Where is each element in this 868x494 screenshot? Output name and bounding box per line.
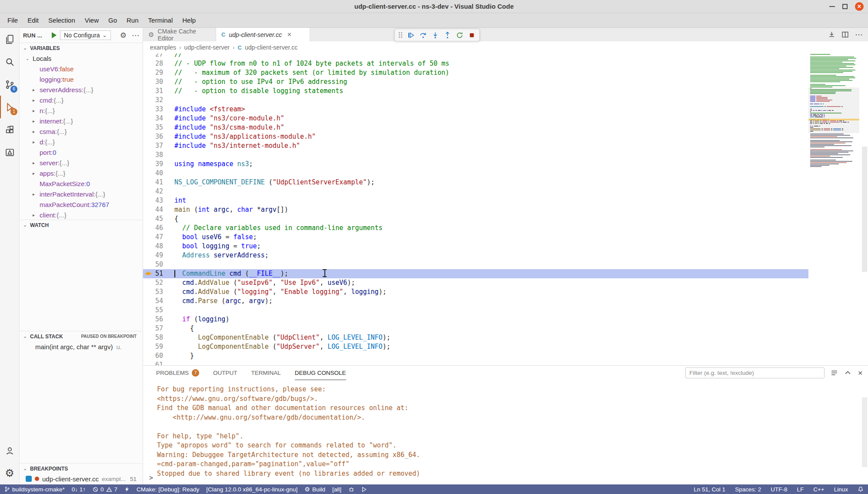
panel-scrollbar[interactable] bbox=[862, 397, 867, 467]
filter-input[interactable] bbox=[685, 367, 825, 378]
split-editor-icon[interactable] bbox=[841, 31, 849, 38]
cmake-view-button[interactable] bbox=[0, 141, 19, 164]
code-line[interactable]: 36#include "ns3/applications-module.h" bbox=[143, 132, 808, 141]
line-number[interactable]: 56 bbox=[143, 315, 163, 324]
chevron-right-icon[interactable]: ▸ bbox=[33, 213, 40, 217]
drag-handle[interactable] bbox=[399, 32, 402, 38]
close-panel-icon[interactable]: ✕ bbox=[858, 370, 863, 377]
code-line[interactable]: 40 bbox=[143, 169, 808, 178]
code-line[interactable]: 33#include <fstream> bbox=[143, 105, 808, 114]
breadcrumb-item[interactable]: examples bbox=[150, 44, 176, 51]
cmake-target-item[interactable]: [all] bbox=[332, 486, 341, 493]
code-line[interactable]: 29// - maximum of 320 packets sent (or l… bbox=[143, 68, 808, 77]
code-line[interactable]: 51 CommandLine cmd (__FILE__); bbox=[143, 269, 808, 278]
line-number[interactable]: 35 bbox=[143, 123, 163, 132]
variable-row[interactable]: ▸client: {...} bbox=[20, 210, 143, 220]
code-line[interactable]: 55 bbox=[143, 306, 808, 315]
code-line[interactable]: 34#include "ns3/core-module.h" bbox=[143, 114, 808, 123]
menu-view[interactable]: View bbox=[80, 15, 103, 26]
code-line[interactable]: 38 bbox=[143, 150, 808, 160]
watch-header[interactable]: ⌄ WATCH bbox=[20, 220, 143, 230]
minimize-button[interactable] bbox=[829, 6, 835, 7]
menu-help[interactable]: Help bbox=[177, 15, 200, 26]
variable-row[interactable]: ▸n: {...} bbox=[20, 105, 143, 116]
line-number[interactable]: 54 bbox=[143, 297, 163, 306]
variable-row[interactable]: ▸server: {...} bbox=[20, 157, 143, 168]
encoding-item[interactable]: UTF-8 bbox=[771, 486, 787, 493]
close-button[interactable]: ✕ bbox=[855, 2, 864, 11]
os-item[interactable]: Linux bbox=[834, 486, 848, 493]
breakpoints-header[interactable]: ⌄ BREAKPOINTS bbox=[20, 463, 143, 474]
line-number[interactable]: 30 bbox=[143, 77, 163, 87]
line-number[interactable]: 44 bbox=[143, 205, 163, 214]
code-line[interactable]: 27// bbox=[143, 53, 808, 59]
cmake-launch-item[interactable] bbox=[361, 487, 367, 492]
code-line[interactable]: 28// - UDP flow from n0 to n1 of 1024 by… bbox=[143, 59, 808, 68]
variable-row[interactable]: MaxPacketSize: 0 bbox=[20, 178, 143, 189]
line-number[interactable]: 31 bbox=[143, 87, 163, 96]
tab-terminal[interactable]: TERMINAL bbox=[251, 366, 281, 380]
menu-edit[interactable]: Edit bbox=[23, 15, 43, 26]
variables-header[interactable]: ⌄ VARIABLES bbox=[20, 43, 143, 53]
menu-file[interactable]: File bbox=[3, 15, 23, 26]
line-number[interactable]: 47 bbox=[143, 233, 163, 242]
problems-item[interactable]: 0 7 bbox=[93, 486, 117, 493]
line-number[interactable]: 33 bbox=[143, 105, 163, 114]
chevron-right-icon[interactable]: ▸ bbox=[33, 108, 40, 113]
variable-row[interactable]: ▸d: {...} bbox=[20, 137, 143, 147]
variable-row[interactable]: ▸cmd: {...} bbox=[20, 95, 143, 105]
code-line[interactable]: 42 bbox=[143, 187, 808, 196]
tab-udp-client-server[interactable]: C udp-client-server.cc ✕ bbox=[216, 28, 310, 41]
code-line[interactable]: 60 } bbox=[143, 351, 808, 360]
debug-console[interactable]: For bug reporting instructions, please s… bbox=[143, 380, 868, 484]
code-line[interactable]: 61 bbox=[143, 360, 808, 365]
code-line[interactable]: 47 bool useV6 = false; bbox=[143, 233, 808, 242]
close-tab-icon[interactable]: ✕ bbox=[287, 31, 292, 38]
line-number[interactable]: 60 bbox=[143, 351, 163, 360]
source-control-view-button[interactable]: 6 bbox=[0, 73, 19, 96]
line-number[interactable]: 42 bbox=[143, 187, 163, 196]
breadcrumb-item[interactable]: udp-client-server bbox=[184, 44, 230, 51]
cmake-status-item[interactable]: CMake: [Debug]: Ready bbox=[137, 486, 199, 493]
line-number[interactable]: 27 bbox=[143, 53, 163, 59]
line-number[interactable]: 29 bbox=[143, 68, 163, 77]
extensions-view-button[interactable] bbox=[0, 118, 19, 141]
line-number[interactable]: 57 bbox=[143, 324, 163, 333]
line-number[interactable]: 43 bbox=[143, 196, 163, 205]
variable-row[interactable]: ▸apps: {...} bbox=[20, 168, 143, 178]
code-line[interactable]: 44main (int argc, char *argv[]) bbox=[143, 205, 808, 214]
breadcrumb-item[interactable]: udp-client-server.cc bbox=[245, 44, 297, 51]
step-over-button[interactable] bbox=[417, 30, 428, 40]
variable-row[interactable]: ▸serverAddress: {...} bbox=[20, 84, 143, 95]
variable-row[interactable]: useV6: false bbox=[20, 63, 143, 74]
code-line[interactable]: 50 bbox=[143, 260, 808, 269]
chevron-right-icon[interactable]: ▸ bbox=[33, 98, 40, 103]
line-number[interactable]: 53 bbox=[143, 287, 163, 297]
code-line[interactable]: 35#include "ns3/csma-module.h" bbox=[143, 123, 808, 132]
line-number[interactable]: 59 bbox=[143, 342, 163, 351]
manage-button[interactable]: ⚙ bbox=[0, 462, 19, 484]
variable-row[interactable]: port: 0 bbox=[20, 147, 143, 157]
code-line[interactable]: 30// - option to use IPv4 or IPv6 addres… bbox=[143, 77, 808, 87]
chevron-right-icon[interactable]: ▸ bbox=[33, 140, 40, 144]
breakpoint-row[interactable]: ✕ udp-client-server.cc exampl... 51 bbox=[20, 474, 143, 484]
explorer-view-button[interactable] bbox=[0, 28, 19, 50]
configure-gear-icon[interactable]: ⚙ bbox=[120, 31, 127, 40]
variable-row[interactable]: ▸csma: {...} bbox=[20, 126, 143, 137]
tab-debug-console[interactable]: DEBUG CONSOLE bbox=[295, 366, 346, 380]
scope-locals[interactable]: ⌄ Locals bbox=[20, 53, 143, 63]
more-actions-icon[interactable]: ⋯ bbox=[132, 31, 139, 40]
cmake-debug-item[interactable] bbox=[348, 486, 354, 492]
chevron-right-icon[interactable]: ▸ bbox=[33, 192, 40, 197]
line-number[interactable]: 46 bbox=[143, 224, 163, 233]
more-actions-icon[interactable]: ⋯ bbox=[855, 30, 863, 40]
chevron-right-icon[interactable]: ▸ bbox=[33, 171, 40, 176]
code-line[interactable]: 58 LogComponentEnable ("UdpClient", LOG_… bbox=[143, 333, 808, 342]
language-mode-item[interactable]: C++ bbox=[813, 486, 825, 493]
maximize-button[interactable] bbox=[842, 4, 848, 9]
line-number[interactable]: 34 bbox=[143, 114, 163, 123]
chevron-right-icon[interactable]: ▸ bbox=[33, 119, 40, 124]
step-out-button[interactable] bbox=[442, 30, 453, 40]
code-line[interactable]: 53 cmd.AddValue ("logging", "Enable logg… bbox=[143, 287, 808, 297]
accounts-button[interactable] bbox=[0, 439, 19, 462]
